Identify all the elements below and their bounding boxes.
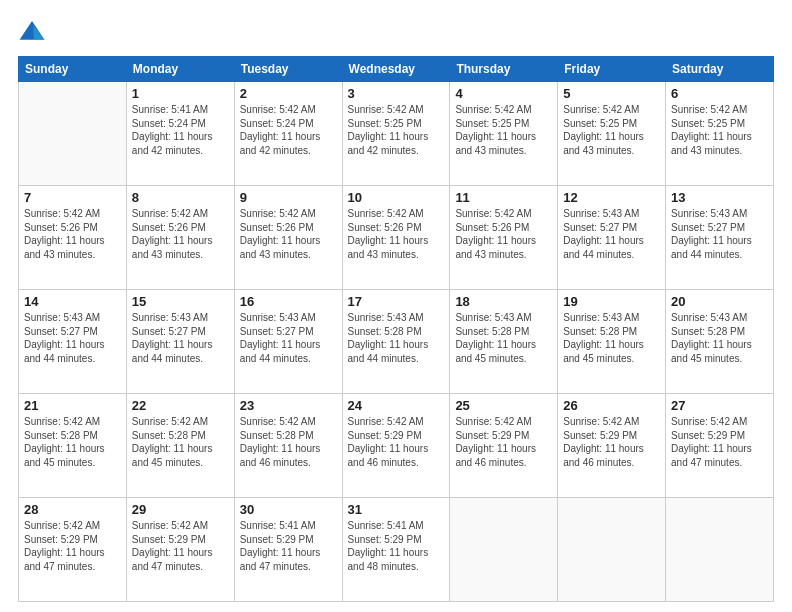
calendar-cell: 25Sunrise: 5:42 AM Sunset: 5:29 PM Dayli… [450, 394, 558, 498]
day-detail: Sunrise: 5:42 AM Sunset: 5:26 PM Dayligh… [348, 207, 445, 261]
day-number: 27 [671, 398, 768, 413]
day-number: 1 [132, 86, 229, 101]
calendar-cell [19, 82, 127, 186]
day-detail: Sunrise: 5:42 AM Sunset: 5:28 PM Dayligh… [24, 415, 121, 469]
calendar-cell: 18Sunrise: 5:43 AM Sunset: 5:28 PM Dayli… [450, 290, 558, 394]
day-number: 15 [132, 294, 229, 309]
calendar-cell: 29Sunrise: 5:42 AM Sunset: 5:29 PM Dayli… [126, 498, 234, 602]
day-detail: Sunrise: 5:43 AM Sunset: 5:28 PM Dayligh… [563, 311, 660, 365]
day-detail: Sunrise: 5:42 AM Sunset: 5:29 PM Dayligh… [671, 415, 768, 469]
day-detail: Sunrise: 5:41 AM Sunset: 5:24 PM Dayligh… [132, 103, 229, 157]
calendar-cell: 8Sunrise: 5:42 AM Sunset: 5:26 PM Daylig… [126, 186, 234, 290]
day-detail: Sunrise: 5:42 AM Sunset: 5:29 PM Dayligh… [348, 415, 445, 469]
day-detail: Sunrise: 5:41 AM Sunset: 5:29 PM Dayligh… [240, 519, 337, 573]
day-detail: Sunrise: 5:42 AM Sunset: 5:28 PM Dayligh… [240, 415, 337, 469]
weekday-header-sunday: Sunday [19, 57, 127, 82]
day-number: 3 [348, 86, 445, 101]
calendar-cell [450, 498, 558, 602]
calendar-cell: 6Sunrise: 5:42 AM Sunset: 5:25 PM Daylig… [666, 82, 774, 186]
calendar-cell: 7Sunrise: 5:42 AM Sunset: 5:26 PM Daylig… [19, 186, 127, 290]
calendar-week-row: 21Sunrise: 5:42 AM Sunset: 5:28 PM Dayli… [19, 394, 774, 498]
day-number: 16 [240, 294, 337, 309]
day-number: 11 [455, 190, 552, 205]
day-number: 29 [132, 502, 229, 517]
calendar-cell: 14Sunrise: 5:43 AM Sunset: 5:27 PM Dayli… [19, 290, 127, 394]
calendar-cell: 12Sunrise: 5:43 AM Sunset: 5:27 PM Dayli… [558, 186, 666, 290]
day-number: 6 [671, 86, 768, 101]
calendar-cell: 2Sunrise: 5:42 AM Sunset: 5:24 PM Daylig… [234, 82, 342, 186]
day-detail: Sunrise: 5:43 AM Sunset: 5:27 PM Dayligh… [563, 207, 660, 261]
calendar-cell: 3Sunrise: 5:42 AM Sunset: 5:25 PM Daylig… [342, 82, 450, 186]
calendar-cell: 22Sunrise: 5:42 AM Sunset: 5:28 PM Dayli… [126, 394, 234, 498]
calendar-cell: 23Sunrise: 5:42 AM Sunset: 5:28 PM Dayli… [234, 394, 342, 498]
day-detail: Sunrise: 5:42 AM Sunset: 5:26 PM Dayligh… [455, 207, 552, 261]
day-detail: Sunrise: 5:42 AM Sunset: 5:24 PM Dayligh… [240, 103, 337, 157]
page: SundayMondayTuesdayWednesdayThursdayFrid… [0, 0, 792, 612]
day-number: 26 [563, 398, 660, 413]
calendar-cell: 19Sunrise: 5:43 AM Sunset: 5:28 PM Dayli… [558, 290, 666, 394]
day-detail: Sunrise: 5:43 AM Sunset: 5:27 PM Dayligh… [671, 207, 768, 261]
day-number: 10 [348, 190, 445, 205]
day-number: 31 [348, 502, 445, 517]
day-number: 7 [24, 190, 121, 205]
svg-marker-1 [34, 26, 45, 40]
day-number: 5 [563, 86, 660, 101]
logo [18, 18, 50, 46]
calendar-week-row: 7Sunrise: 5:42 AM Sunset: 5:26 PM Daylig… [19, 186, 774, 290]
day-number: 12 [563, 190, 660, 205]
calendar-cell: 4Sunrise: 5:42 AM Sunset: 5:25 PM Daylig… [450, 82, 558, 186]
calendar-cell [666, 498, 774, 602]
day-detail: Sunrise: 5:42 AM Sunset: 5:29 PM Dayligh… [455, 415, 552, 469]
day-number: 17 [348, 294, 445, 309]
day-number: 8 [132, 190, 229, 205]
weekday-header-friday: Friday [558, 57, 666, 82]
calendar-cell: 30Sunrise: 5:41 AM Sunset: 5:29 PM Dayli… [234, 498, 342, 602]
calendar-table: SundayMondayTuesdayWednesdayThursdayFrid… [18, 56, 774, 602]
day-number: 19 [563, 294, 660, 309]
day-detail: Sunrise: 5:43 AM Sunset: 5:27 PM Dayligh… [132, 311, 229, 365]
day-detail: Sunrise: 5:43 AM Sunset: 5:27 PM Dayligh… [24, 311, 121, 365]
calendar-cell [558, 498, 666, 602]
calendar-week-row: 28Sunrise: 5:42 AM Sunset: 5:29 PM Dayli… [19, 498, 774, 602]
weekday-header-thursday: Thursday [450, 57, 558, 82]
day-number: 13 [671, 190, 768, 205]
calendar-cell: 17Sunrise: 5:43 AM Sunset: 5:28 PM Dayli… [342, 290, 450, 394]
day-number: 14 [24, 294, 121, 309]
day-number: 9 [240, 190, 337, 205]
day-number: 20 [671, 294, 768, 309]
day-detail: Sunrise: 5:42 AM Sunset: 5:25 PM Dayligh… [563, 103, 660, 157]
weekday-header-saturday: Saturday [666, 57, 774, 82]
day-number: 25 [455, 398, 552, 413]
day-detail: Sunrise: 5:42 AM Sunset: 5:26 PM Dayligh… [24, 207, 121, 261]
day-detail: Sunrise: 5:43 AM Sunset: 5:28 PM Dayligh… [671, 311, 768, 365]
calendar-cell: 16Sunrise: 5:43 AM Sunset: 5:27 PM Dayli… [234, 290, 342, 394]
calendar-cell: 28Sunrise: 5:42 AM Sunset: 5:29 PM Dayli… [19, 498, 127, 602]
day-number: 2 [240, 86, 337, 101]
day-number: 21 [24, 398, 121, 413]
day-number: 18 [455, 294, 552, 309]
calendar-cell: 26Sunrise: 5:42 AM Sunset: 5:29 PM Dayli… [558, 394, 666, 498]
calendar-cell: 21Sunrise: 5:42 AM Sunset: 5:28 PM Dayli… [19, 394, 127, 498]
day-detail: Sunrise: 5:42 AM Sunset: 5:26 PM Dayligh… [240, 207, 337, 261]
day-detail: Sunrise: 5:42 AM Sunset: 5:29 PM Dayligh… [563, 415, 660, 469]
day-number: 22 [132, 398, 229, 413]
calendar-cell: 24Sunrise: 5:42 AM Sunset: 5:29 PM Dayli… [342, 394, 450, 498]
calendar-cell: 15Sunrise: 5:43 AM Sunset: 5:27 PM Dayli… [126, 290, 234, 394]
weekday-header-monday: Monday [126, 57, 234, 82]
calendar-cell: 5Sunrise: 5:42 AM Sunset: 5:25 PM Daylig… [558, 82, 666, 186]
calendar-cell: 13Sunrise: 5:43 AM Sunset: 5:27 PM Dayli… [666, 186, 774, 290]
day-number: 24 [348, 398, 445, 413]
day-number: 4 [455, 86, 552, 101]
logo-icon [18, 18, 46, 46]
header [18, 18, 774, 46]
day-detail: Sunrise: 5:42 AM Sunset: 5:29 PM Dayligh… [24, 519, 121, 573]
calendar-cell: 27Sunrise: 5:42 AM Sunset: 5:29 PM Dayli… [666, 394, 774, 498]
day-number: 23 [240, 398, 337, 413]
day-detail: Sunrise: 5:42 AM Sunset: 5:29 PM Dayligh… [132, 519, 229, 573]
calendar-week-row: 14Sunrise: 5:43 AM Sunset: 5:27 PM Dayli… [19, 290, 774, 394]
day-detail: Sunrise: 5:43 AM Sunset: 5:27 PM Dayligh… [240, 311, 337, 365]
weekday-header-tuesday: Tuesday [234, 57, 342, 82]
calendar-cell: 9Sunrise: 5:42 AM Sunset: 5:26 PM Daylig… [234, 186, 342, 290]
day-detail: Sunrise: 5:41 AM Sunset: 5:29 PM Dayligh… [348, 519, 445, 573]
calendar-cell: 1Sunrise: 5:41 AM Sunset: 5:24 PM Daylig… [126, 82, 234, 186]
